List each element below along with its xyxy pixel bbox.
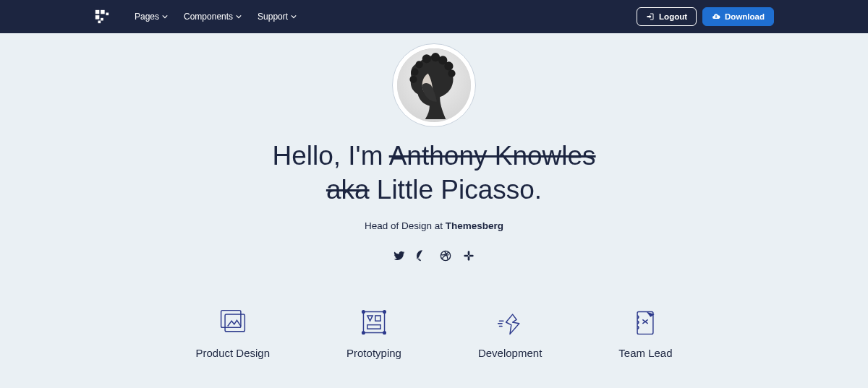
svg-point-7 — [416, 61, 423, 68]
svg-rect-27 — [375, 316, 380, 321]
svg-point-23 — [362, 310, 365, 313]
download-button[interactable]: Download — [702, 7, 774, 26]
svg-rect-28 — [367, 324, 380, 328]
svg-point-8 — [422, 54, 431, 63]
github-icon[interactable] — [417, 250, 428, 262]
logout-button[interactable]: Logout — [637, 7, 697, 26]
social-links — [0, 250, 868, 262]
svg-point-13 — [411, 69, 418, 76]
skill-label: Team Lead — [618, 347, 672, 359]
svg-rect-19 — [469, 254, 474, 256]
svg-point-25 — [362, 331, 365, 334]
svg-rect-22 — [363, 311, 384, 332]
svg-rect-1 — [101, 10, 105, 14]
svg-rect-3 — [106, 13, 109, 16]
skill-label: Development — [478, 347, 542, 359]
skill-team-lead: Team Lead — [618, 308, 672, 359]
nav-item-support[interactable]: Support — [258, 12, 297, 22]
avatar — [397, 48, 471, 122]
subheading: Head of Design at Themesberg — [0, 220, 868, 231]
product-design-icon — [217, 308, 249, 337]
skills-row: Product Design Prototyping Development — [0, 308, 868, 359]
cloud-download-icon — [712, 12, 720, 21]
brand-logo[interactable] — [94, 9, 110, 25]
nav-item-label: Components — [184, 12, 233, 22]
logout-label: Logout — [659, 12, 687, 21]
svg-rect-4 — [101, 18, 103, 21]
svg-rect-16 — [468, 251, 470, 255]
headline-name-struck: Anthony Knowles — [389, 141, 596, 171]
svg-rect-5 — [98, 21, 101, 24]
prototyping-icon — [358, 308, 390, 337]
svg-point-11 — [444, 61, 453, 70]
skill-product-design: Product Design — [195, 308, 270, 359]
headline-nickname: Little Picasso. — [370, 175, 542, 204]
nav-item-pages[interactable]: Pages — [135, 12, 168, 22]
nav-links: Pages Components Support — [135, 12, 297, 22]
navbar: Pages Components Support Logout Download — [0, 0, 868, 33]
svg-rect-2 — [95, 15, 100, 20]
nav-item-label: Support — [258, 12, 288, 22]
skill-label: Product Design — [195, 347, 270, 359]
role-prefix: Head of Design at — [365, 220, 446, 231]
nav-item-label: Pages — [135, 12, 159, 22]
slack-icon[interactable] — [463, 250, 475, 262]
headline-greeting: Hello, I'm — [272, 141, 388, 171]
headline: Hello, I'm Anthony Knowles aka Little Pi… — [137, 139, 731, 207]
svg-rect-18 — [464, 254, 468, 256]
avatar-wrap — [392, 43, 476, 127]
svg-rect-17 — [468, 256, 470, 260]
svg-rect-0 — [95, 10, 100, 14]
svg-point-12 — [448, 70, 455, 77]
skill-development: Development — [478, 308, 542, 359]
logout-icon — [646, 12, 655, 21]
svg-point-14 — [409, 76, 417, 83]
role-company: Themesberg — [446, 220, 503, 231]
skill-prototyping: Prototyping — [346, 308, 401, 359]
twitter-icon[interactable] — [393, 250, 405, 262]
development-icon — [494, 308, 526, 337]
skill-label: Prototyping — [346, 347, 401, 359]
download-label: Download — [725, 12, 765, 21]
dribbble-icon[interactable] — [440, 250, 451, 262]
headline-aka-struck: aka — [326, 175, 370, 204]
svg-point-24 — [383, 310, 386, 313]
chevron-down-icon — [291, 14, 297, 20]
svg-rect-20 — [221, 310, 240, 327]
hero-section: Hello, I'm Anthony Knowles aka Little Pi… — [0, 33, 868, 359]
nav-item-components[interactable]: Components — [184, 12, 242, 22]
chevron-down-icon — [236, 14, 242, 20]
team-lead-icon — [629, 308, 661, 337]
chevron-down-icon — [162, 14, 168, 20]
svg-point-26 — [383, 331, 386, 334]
